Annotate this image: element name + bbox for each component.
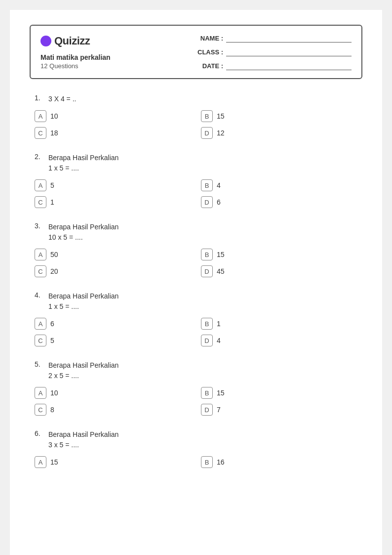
option-badge-c: C [35, 127, 46, 139]
question-3-options: A50B15C20D45 [35, 249, 357, 277]
question-5: 5.Berapa Hasil Perkalian 2 x 5 = ....A10… [35, 360, 357, 416]
name-label: NAME : [194, 35, 223, 42]
logo: Quizizz [40, 35, 111, 47]
question-1-header: 1.3 X 4 = .. [35, 94, 357, 104]
option-badge-d: D [201, 404, 213, 416]
logo-text: Quizizz [54, 35, 90, 47]
header-left: Quizizz Mati matika perkalian 12 Questio… [40, 35, 111, 70]
option-value-a: 6 [50, 320, 54, 328]
question-1-option-b[interactable]: B15 [201, 110, 357, 122]
option-value-a: 50 [50, 251, 58, 258]
question-4-option-c[interactable]: C5 [35, 335, 191, 346]
question-1-text: 3 X 4 = .. [48, 94, 76, 104]
option-badge-b: B [201, 456, 213, 468]
question-2-text: Berapa Hasil Perkalian 1 x 5 = .... [48, 153, 118, 173]
option-value-c: 8 [50, 406, 54, 414]
question-1-option-a[interactable]: A10 [35, 110, 191, 122]
option-badge-b: B [201, 110, 213, 122]
question-3-option-d[interactable]: D45 [201, 265, 357, 277]
option-value-d: 7 [217, 406, 221, 414]
quiz-title: Mati matika perkalian [40, 53, 111, 61]
date-label: DATE : [194, 62, 223, 70]
question-6-options: A15B16 [35, 456, 357, 468]
logo-icon [40, 36, 51, 46]
option-badge-b: B [201, 179, 213, 191]
question-4-header: 4.Berapa Hasil Perkalian 1 x 5 = .... [35, 291, 357, 312]
question-4-option-d[interactable]: D4 [201, 335, 357, 346]
option-badge-c: C [35, 404, 46, 416]
question-1-option-c[interactable]: C18 [35, 127, 191, 139]
option-value-b: 15 [217, 112, 225, 120]
question-1-options: A10B15C18D12 [35, 110, 357, 139]
option-value-b: 1 [217, 320, 221, 328]
question-2: 2.Berapa Hasil Perkalian 1 x 5 = ....A5B… [35, 153, 357, 208]
question-2-options: A5B4C1D6 [35, 179, 357, 208]
question-4-option-b[interactable]: B1 [201, 318, 357, 330]
option-value-a: 5 [50, 181, 54, 189]
option-badge-a: A [35, 456, 46, 468]
question-1-option-d[interactable]: D12 [201, 127, 357, 139]
option-value-c: 1 [50, 198, 54, 206]
question-6-header: 6.Berapa Hasil Perkalian 3 x 5 = .... [35, 429, 357, 450]
question-2-option-c[interactable]: C1 [35, 196, 191, 208]
question-6-text: Berapa Hasil Perkalian 3 x 5 = .... [48, 429, 118, 450]
option-value-b: 4 [217, 181, 221, 189]
name-field-row: NAME : [194, 34, 352, 43]
question-5-options: A10B15C8D7 [35, 387, 357, 416]
question-3-option-c[interactable]: C20 [35, 265, 191, 277]
header-box: Quizizz Mati matika perkalian 12 Questio… [30, 25, 362, 79]
option-value-a: 15 [50, 458, 58, 466]
quiz-questions: 12 Questions [40, 62, 111, 70]
question-5-option-c[interactable]: C8 [35, 404, 191, 416]
option-value-d: 6 [217, 198, 221, 206]
question-3-option-b[interactable]: B15 [201, 249, 357, 260]
option-badge-c: C [35, 335, 46, 346]
question-5-option-b[interactable]: B15 [201, 387, 357, 399]
option-value-d: 45 [217, 267, 225, 275]
class-label: CLASS : [194, 48, 223, 56]
option-badge-d: D [201, 335, 213, 346]
option-badge-a: A [35, 179, 46, 191]
option-badge-a: A [35, 318, 46, 330]
option-value-b: 15 [217, 251, 225, 258]
question-5-text: Berapa Hasil Perkalian 2 x 5 = .... [48, 360, 118, 381]
page: Quizizz Mati matika perkalian 12 Questio… [10, 10, 382, 555]
option-value-a: 10 [50, 389, 58, 397]
question-6-number: 6. [35, 429, 44, 450]
question-4-options: A6B1C5D4 [35, 318, 357, 346]
question-5-option-a[interactable]: A10 [35, 387, 191, 399]
question-5-option-d[interactable]: D7 [201, 404, 357, 416]
question-2-header: 2.Berapa Hasil Perkalian 1 x 5 = .... [35, 153, 357, 173]
question-5-header: 5.Berapa Hasil Perkalian 2 x 5 = .... [35, 360, 357, 381]
question-1-number: 1. [35, 94, 44, 104]
class-field-row: CLASS : [194, 47, 352, 56]
option-badge-d: D [201, 127, 213, 139]
option-value-d: 12 [217, 129, 225, 137]
questions-container: 1.3 X 4 = ..A10B15C18D122.Berapa Hasil P… [30, 94, 362, 468]
option-value-a: 10 [50, 112, 58, 120]
question-1: 1.3 X 4 = ..A10B15C18D12 [35, 94, 357, 139]
option-value-d: 4 [217, 337, 221, 344]
option-badge-c: C [35, 196, 46, 208]
question-2-number: 2. [35, 153, 44, 173]
question-2-option-a[interactable]: A5 [35, 179, 191, 191]
question-2-option-d[interactable]: D6 [201, 196, 357, 208]
question-3-option-a[interactable]: A50 [35, 249, 191, 260]
option-badge-a: A [35, 249, 46, 260]
question-5-number: 5. [35, 360, 44, 381]
question-6-option-b[interactable]: B16 [201, 456, 357, 468]
question-3-number: 3. [35, 222, 44, 243]
question-6-option-a[interactable]: A15 [35, 456, 191, 468]
option-badge-b: B [201, 387, 213, 399]
question-3-header: 3.Berapa Hasil Perkalian 10 x 5 = .... [35, 222, 357, 243]
option-badge-a: A [35, 110, 46, 122]
question-4-number: 4. [35, 291, 44, 312]
option-value-c: 5 [50, 337, 54, 344]
option-value-b: 15 [217, 389, 225, 397]
option-badge-c: C [35, 265, 46, 277]
class-line [226, 47, 352, 56]
question-4-option-a[interactable]: A6 [35, 318, 191, 330]
question-2-option-b[interactable]: B4 [201, 179, 357, 191]
option-value-b: 16 [217, 458, 225, 466]
question-4: 4.Berapa Hasil Perkalian 1 x 5 = ....A6B… [35, 291, 357, 346]
